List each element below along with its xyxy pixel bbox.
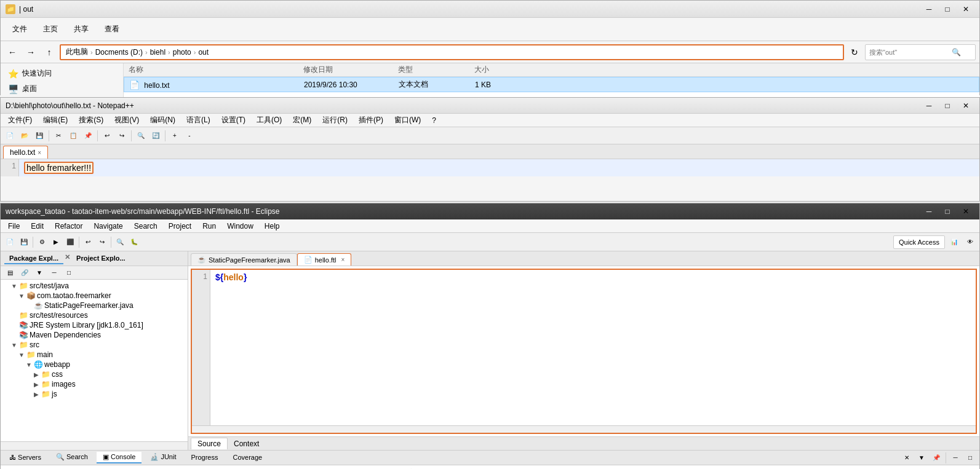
toolbar-replace[interactable]: 🔄 bbox=[149, 129, 162, 143]
toolbar-copy[interactable]: 📋 bbox=[66, 129, 80, 143]
editor-content[interactable]: 1 ${hello} bbox=[192, 270, 976, 425]
ribbon-tab-view[interactable]: 查看 bbox=[98, 21, 126, 37]
menu-view[interactable]: 视图(V) bbox=[110, 114, 144, 127]
menu-tools[interactable]: 工具(O) bbox=[252, 114, 287, 127]
ribbon-tab-file[interactable]: 文件 bbox=[6, 21, 34, 37]
notepad-tab-close[interactable]: × bbox=[38, 149, 41, 156]
eclipse-minimize-button[interactable]: ─ bbox=[920, 205, 938, 218]
menu-encode[interactable]: 编码(N) bbox=[145, 114, 180, 127]
console-clear-btn[interactable]: ✕ bbox=[900, 451, 914, 465]
eclipse-tb-6[interactable]: ↩ bbox=[81, 235, 95, 249]
console-minimize-btn[interactable]: ─ bbox=[949, 451, 962, 465]
toolbar-zoom-in[interactable]: + bbox=[168, 129, 181, 143]
eclipse-menu-project[interactable]: Project bbox=[164, 221, 196, 232]
eclipse-menu-navigate[interactable]: Navigate bbox=[89, 221, 127, 232]
col-header-name[interactable]: 名称 bbox=[129, 65, 301, 75]
eclipse-menu-file[interactable]: File bbox=[3, 221, 25, 232]
pe-minimize-btn[interactable]: ─ bbox=[47, 266, 61, 280]
pe-link-btn[interactable]: 🔗 bbox=[18, 266, 31, 280]
sidebar-item-quick-access[interactable]: ⭐ 快速访问 bbox=[1, 66, 123, 81]
explorer-maximize-button[interactable]: □ bbox=[939, 3, 956, 15]
bottom-tab-progress[interactable]: Progress bbox=[185, 452, 224, 463]
search-input[interactable] bbox=[869, 49, 949, 56]
context-tab[interactable]: Context bbox=[228, 438, 265, 449]
bottom-tab-servers[interactable]: 🖧 Servers bbox=[3, 452, 47, 463]
eclipse-code-area[interactable]: ${hello} bbox=[210, 270, 976, 425]
notepad-tab-hello-txt[interactable]: hello.txt × bbox=[3, 146, 48, 159]
menu-run[interactable]: 运行(R) bbox=[317, 114, 353, 127]
explorer-minimize-button[interactable]: ─ bbox=[920, 3, 938, 15]
toolbar-cut[interactable]: ✂ bbox=[52, 129, 65, 143]
tree-item-static-page[interactable]: ☕ StaticPageFreemarker.java bbox=[1, 301, 188, 310]
col-header-type[interactable]: 类型 bbox=[398, 65, 472, 75]
toolbar-redo[interactable]: ↪ bbox=[115, 129, 129, 143]
notepad-maximize-button[interactable]: □ bbox=[939, 100, 956, 112]
toolbar-open[interactable]: 📂 bbox=[18, 129, 31, 143]
menu-file[interactable]: 文件(F) bbox=[3, 114, 37, 127]
breadcrumb-part-4[interactable]: out bbox=[198, 48, 209, 57]
console-pin-btn[interactable]: 📌 bbox=[930, 451, 943, 465]
breadcrumb-part-3[interactable]: photo bbox=[173, 48, 191, 57]
notepad-close-button[interactable]: ✕ bbox=[957, 100, 974, 112]
bottom-tab-coverage[interactable]: Coverage bbox=[226, 452, 268, 463]
col-header-date[interactable]: 修改日期 bbox=[303, 65, 396, 75]
editor-tab-java[interactable]: ☕ StaticPageFreemarker.java bbox=[191, 253, 297, 266]
eclipse-menu-window[interactable]: Window bbox=[222, 221, 258, 232]
eclipse-close-button[interactable]: ✕ bbox=[957, 205, 974, 218]
sidebar-item-desktop[interactable]: 🖥️ 桌面 bbox=[1, 81, 123, 97]
tab-project-explorer[interactable]: Project Explo... bbox=[71, 253, 130, 264]
toolbar-undo[interactable]: ↩ bbox=[100, 129, 114, 143]
tree-item-main[interactable]: ▼ 📁 main bbox=[1, 350, 188, 360]
refresh-button[interactable]: ↻ bbox=[847, 44, 862, 60]
col-header-size[interactable]: 大小 bbox=[474, 65, 524, 75]
breadcrumb-part-2[interactable]: biehl bbox=[150, 48, 165, 57]
tree-item-js[interactable]: ▶ 📁 js bbox=[1, 389, 188, 399]
editor-scrollbar-h[interactable] bbox=[192, 425, 976, 433]
pe-collapse-btn[interactable]: ▤ bbox=[3, 266, 17, 280]
bottom-tab-junit[interactable]: 🔬 JUnit bbox=[144, 452, 182, 463]
bottom-tab-search[interactable]: 🔍 Search bbox=[50, 452, 94, 463]
eclipse-tb-7[interactable]: ↪ bbox=[95, 235, 109, 249]
back-button[interactable]: ← bbox=[4, 44, 20, 60]
console-maximize-btn[interactable]: □ bbox=[963, 451, 977, 465]
address-bar[interactable]: 此电脑 › Docments (D:) › biehl › photo › ou… bbox=[60, 44, 844, 60]
toolbar-new[interactable]: 📄 bbox=[3, 129, 17, 143]
toolbar-zoom-out[interactable]: - bbox=[183, 129, 196, 143]
forward-button[interactable]: → bbox=[23, 44, 39, 60]
eclipse-tb-4[interactable]: ▶ bbox=[49, 235, 63, 249]
toolbar-save[interactable]: 💾 bbox=[33, 129, 46, 143]
tree-item-webapp[interactable]: ▼ 🌐 webapp bbox=[1, 360, 188, 369]
quick-access-box[interactable]: Quick Access bbox=[893, 235, 945, 249]
breadcrumb-part-0[interactable]: 此电脑 bbox=[66, 47, 88, 57]
toolbar-paste[interactable]: 📌 bbox=[81, 129, 95, 143]
code-area[interactable]: hello fremarker!!! bbox=[19, 159, 979, 176]
eclipse-maximize-button[interactable]: □ bbox=[939, 205, 956, 218]
menu-window[interactable]: 窗口(W) bbox=[389, 114, 426, 127]
file-row-hello-txt[interactable]: 📄 hello.txt 2019/9/26 10:30 文本文档 1 KB bbox=[124, 77, 979, 92]
eclipse-view-btn[interactable]: 👁 bbox=[963, 235, 977, 249]
eclipse-menu-run[interactable]: Run bbox=[197, 221, 221, 232]
tree-item-jre[interactable]: 📚 JRE System Library [jdk1.8.0_161] bbox=[1, 320, 188, 330]
menu-lang[interactable]: 语言(L) bbox=[181, 114, 215, 127]
eclipse-tb-1[interactable]: 📄 bbox=[3, 235, 17, 249]
editor-tab-ftl[interactable]: 📄 hello.ftl × bbox=[297, 253, 352, 266]
tree-item-css[interactable]: ▶ 📁 css bbox=[1, 369, 188, 379]
menu-help[interactable]: ? bbox=[427, 115, 441, 126]
tree-item-src-test-res[interactable]: 📁 src/test/resources bbox=[1, 310, 188, 320]
tree-item-maven[interactable]: 📚 Maven Dependencies bbox=[1, 330, 188, 340]
package-explorer-scrollbar-h[interactable] bbox=[1, 441, 188, 450]
explorer-close-button[interactable]: ✕ bbox=[957, 3, 974, 15]
menu-search[interactable]: 搜索(S) bbox=[74, 114, 108, 127]
tree-item-src-test-java[interactable]: ▼ 📁 src/test/java bbox=[1, 281, 188, 291]
eclipse-tb-9[interactable]: 🐛 bbox=[127, 235, 141, 249]
menu-edit[interactable]: 编辑(E) bbox=[38, 114, 73, 127]
menu-plugins[interactable]: 插件(P) bbox=[354, 114, 388, 127]
tree-item-src[interactable]: ▼ 📁 src bbox=[1, 340, 188, 350]
notepad-minimize-button[interactable]: ─ bbox=[920, 100, 938, 112]
eclipse-menu-help[interactable]: Help bbox=[260, 221, 285, 232]
breadcrumb-part-1[interactable]: Docments (D:) bbox=[95, 48, 143, 57]
console-scroll-btn[interactable]: ▼ bbox=[915, 451, 928, 465]
pe-menu-btn[interactable]: ▼ bbox=[33, 266, 46, 280]
tree-item-com-taotao[interactable]: ▼ 📦 com.taotao.freemarker bbox=[1, 291, 188, 301]
up-button[interactable]: ↑ bbox=[41, 44, 57, 60]
